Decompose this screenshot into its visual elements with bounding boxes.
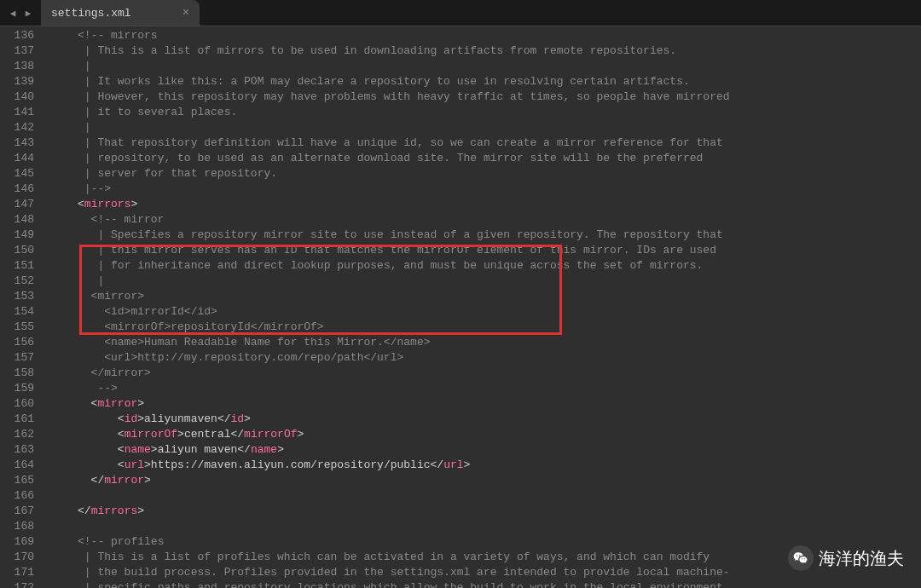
forward-icon[interactable]: ▶ (22, 7, 34, 19)
code-line: <name>aliyun maven</name> (44, 442, 921, 458)
line-number: 144 (0, 151, 34, 166)
watermark: 海洋的渔夫 (788, 545, 904, 571)
code-line: <mirror> (44, 289, 921, 304)
code-line: | repository, to be used as an alternate… (44, 151, 921, 166)
line-number: 150 (0, 243, 34, 258)
wechat-icon (788, 545, 814, 571)
code-line: <!-- mirror (44, 212, 921, 228)
line-number: 166 (0, 488, 34, 504)
code-line (44, 488, 921, 504)
line-number: 163 (0, 442, 34, 458)
line-number: 159 (0, 381, 34, 396)
line-number: 137 (0, 43, 34, 59)
code-line: | specific paths and repository location… (44, 580, 921, 588)
line-number: 152 (0, 274, 34, 289)
code-line: <url>http://my.repository.com/repo/path<… (44, 350, 921, 366)
line-number: 169 (0, 534, 34, 550)
code-line: | this mirror serves has an ID that matc… (44, 243, 921, 258)
code-line: <mirrorOf>central</mirrorOf> (44, 427, 921, 442)
line-number: 138 (0, 59, 34, 74)
code-line (44, 519, 921, 534)
line-number: 146 (0, 182, 34, 197)
code-line: | it to several places. (44, 105, 921, 120)
title-bar: ◀ ▶ settings.xml × (0, 0, 921, 26)
line-number: 149 (0, 228, 34, 243)
line-number: 158 (0, 366, 34, 381)
code-line: | for inheritance and direct lookup purp… (44, 258, 921, 274)
code-line: </mirror> (44, 473, 921, 488)
line-number: 160 (0, 396, 34, 412)
line-number: 165 (0, 473, 34, 488)
line-number: 153 (0, 289, 34, 304)
line-number: 168 (0, 519, 34, 534)
code-line: | (44, 274, 921, 289)
code-line: |--> (44, 182, 921, 197)
line-number: 141 (0, 105, 34, 120)
code-line: <mirror> (44, 396, 921, 412)
code-line: <!-- mirrors (44, 28, 921, 43)
line-number: 139 (0, 74, 34, 89)
close-icon[interactable]: × (182, 6, 189, 20)
line-number: 151 (0, 258, 34, 274)
code-line: | This is a list of mirrors to be used i… (44, 43, 921, 59)
code-line: | That repository definition will have a… (44, 135, 921, 151)
back-icon[interactable]: ◀ (7, 7, 19, 19)
line-number: 148 (0, 212, 34, 228)
code-line: | (44, 59, 921, 74)
line-number: 172 (0, 580, 34, 588)
line-number: 156 (0, 335, 34, 350)
line-number: 157 (0, 350, 34, 366)
code-line: <url>https://maven.aliyun.com/repository… (44, 458, 921, 473)
line-number: 164 (0, 458, 34, 473)
line-number: 145 (0, 166, 34, 182)
line-number-gutter: 1361371381391401411421431441451461471481… (0, 26, 41, 588)
code-line: | However, this repository may have prob… (44, 89, 921, 105)
line-number: 143 (0, 135, 34, 151)
code-line: <mirrorOf>repositoryId</mirrorOf> (44, 320, 921, 335)
line-number: 167 (0, 504, 34, 519)
code-line: <id>mirrorId</id> (44, 304, 921, 320)
line-number: 170 (0, 550, 34, 565)
code-line: <id>aliyunmaven</id> (44, 412, 921, 427)
code-line: --> (44, 381, 921, 396)
code-line: | (44, 120, 921, 135)
editor: 1361371381391401411421431441451461471481… (0, 26, 921, 588)
line-number: 140 (0, 89, 34, 105)
tab-title: settings.xml (51, 7, 131, 20)
code-line: | Specifies a repository mirror site to … (44, 228, 921, 243)
line-number: 171 (0, 565, 34, 580)
file-tab[interactable]: settings.xml × (41, 0, 200, 26)
line-number: 155 (0, 320, 34, 335)
line-number: 147 (0, 197, 34, 212)
code-line: | It works like this: a POM may declare … (44, 74, 921, 89)
line-number: 154 (0, 304, 34, 320)
line-number: 136 (0, 28, 34, 43)
line-number: 142 (0, 120, 34, 135)
code-line: </mirrors> (44, 504, 921, 519)
nav-controls: ◀ ▶ (0, 7, 41, 19)
code-line: | server for that repository. (44, 166, 921, 182)
code-line: <mirrors> (44, 197, 921, 212)
line-number: 162 (0, 427, 34, 442)
watermark-text: 海洋的渔夫 (819, 547, 904, 570)
code-line: <name>Human Readable Name for this Mirro… (44, 335, 921, 350)
line-number: 161 (0, 412, 34, 427)
code-line: </mirror> (44, 366, 921, 381)
code-area[interactable]: <!-- mirrors | This is a list of mirrors… (41, 26, 921, 588)
